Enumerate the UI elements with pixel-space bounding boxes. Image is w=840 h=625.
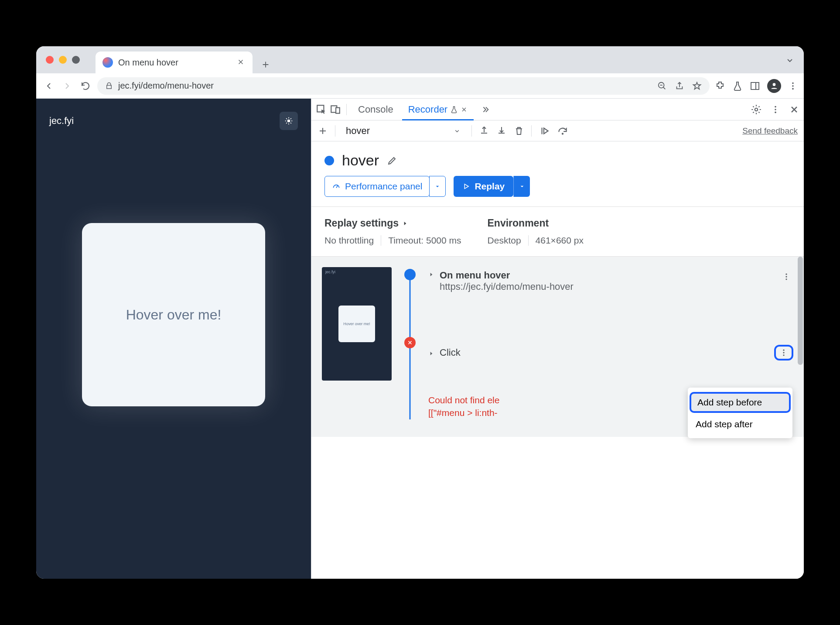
replay-button[interactable]: Replay — [454, 176, 513, 197]
svg-point-10 — [755, 108, 758, 111]
menu-add-step-after[interactable]: Add step after — [688, 414, 792, 435]
chevron-down-icon — [453, 127, 461, 135]
window-controls — [46, 56, 80, 64]
page-viewport: jec.fyi Hover over me! — [36, 99, 311, 579]
extensions-icon[interactable] — [715, 81, 725, 91]
tab-console[interactable]: Console — [352, 99, 400, 120]
flow-title: hover — [342, 152, 379, 169]
import-icon[interactable] — [496, 126, 507, 136]
more-tabs-icon[interactable] — [481, 105, 490, 114]
step-nav-menu-icon[interactable] — [779, 270, 793, 284]
inspect-icon[interactable] — [316, 104, 327, 115]
svg-rect-9 — [336, 107, 340, 113]
environment-heading: Environment — [488, 217, 584, 229]
caret-right-icon — [428, 350, 434, 357]
step-nav-title: On menu hover — [440, 270, 574, 281]
card-text: Hover over me! — [126, 307, 222, 323]
send-feedback-link[interactable]: Send feedback — [742, 126, 798, 135]
play-icon — [462, 182, 470, 190]
new-tab-button[interactable] — [257, 56, 274, 73]
hover-card[interactable]: Hover over me! — [82, 223, 265, 406]
browser-tab[interactable]: On menu hover — [96, 52, 253, 73]
timeline — [401, 267, 419, 419]
step-play-icon[interactable] — [539, 125, 550, 137]
svg-point-17 — [785, 278, 787, 280]
recorder-main: hover Performance panel — [311, 141, 804, 579]
devtools-panel: Console Recorder hover — [311, 99, 804, 579]
tab-recorder[interactable]: Recorder — [402, 99, 474, 120]
step-click-label: Click — [440, 347, 461, 358]
steps-panel: jec.fyi Hover over me! — [311, 257, 804, 437]
profile-avatar[interactable] — [767, 79, 781, 93]
device-toggle-icon[interactable] — [330, 104, 341, 115]
labs-small-icon — [450, 106, 458, 113]
svg-point-13 — [775, 111, 776, 113]
svg-point-15 — [785, 274, 787, 275]
svg-point-11 — [775, 106, 776, 107]
address-bar[interactable]: jec.fyi/demo/menu-hover — [97, 77, 710, 95]
lock-icon — [105, 82, 113, 90]
tab-overflow-icon[interactable] — [785, 55, 795, 65]
browser-menu-icon[interactable] — [788, 81, 798, 91]
new-recording-icon[interactable] — [318, 126, 328, 136]
devtools-settings-icon[interactable] — [751, 104, 762, 115]
url-text: jec.fyi/demo/menu-hover — [118, 81, 214, 91]
devtools-menu-icon[interactable] — [771, 105, 780, 114]
reload-button[interactable] — [79, 79, 92, 93]
forward-button[interactable] — [61, 79, 74, 93]
caret-right-icon — [402, 220, 408, 227]
sidepanel-icon[interactable] — [750, 81, 760, 91]
performance-panel-button[interactable]: Performance panel — [324, 176, 430, 197]
svg-point-6 — [287, 120, 290, 123]
menu-add-step-before[interactable]: Add step before — [690, 392, 791, 413]
step-thumbnail: jec.fyi Hover over me! — [322, 267, 392, 381]
replay-settings-heading[interactable]: Replay settings — [324, 217, 461, 229]
window-maximize[interactable] — [72, 56, 80, 64]
thumb-card: Hover over me! — [338, 306, 375, 342]
timeout-value: Timeout: 5000 ms — [388, 235, 461, 246]
tab-title: On menu hover — [118, 58, 232, 68]
bookmark-icon[interactable] — [692, 81, 702, 91]
share-icon[interactable] — [675, 81, 684, 91]
performance-panel-caret[interactable] — [429, 176, 446, 197]
step-over-icon[interactable] — [557, 125, 568, 137]
step-context-menu: Add step before Add step after — [688, 388, 792, 438]
delete-icon[interactable] — [514, 126, 524, 136]
recording-select[interactable]: hover — [342, 125, 464, 137]
step-click[interactable]: Click — [428, 342, 793, 363]
edit-title-icon[interactable] — [387, 155, 397, 166]
export-icon[interactable] — [479, 126, 489, 136]
step-click-menu-icon[interactable] — [774, 345, 793, 361]
step-nav-url: https://jec.fyi/demo/menu-hover — [440, 281, 574, 292]
recording-indicator — [324, 156, 334, 165]
tab-close-icon[interactable] — [237, 58, 246, 67]
svg-rect-1 — [751, 82, 759, 89]
thumb-brand: jec.fyi — [325, 270, 335, 274]
scrollbar[interactable] — [798, 257, 803, 365]
svg-point-5 — [792, 88, 794, 89]
back-button[interactable] — [42, 79, 55, 93]
page-brand: jec.fyi — [49, 115, 74, 127]
caret-right-icon — [428, 271, 434, 278]
step-node-success — [404, 269, 416, 280]
step-node-error — [404, 337, 416, 348]
theme-toggle[interactable] — [280, 112, 298, 130]
svg-point-2 — [773, 83, 776, 86]
browser-toolbar: jec.fyi/demo/menu-hover — [36, 73, 804, 99]
env-size: 461×660 px — [536, 235, 584, 246]
devtools-close-icon[interactable] — [789, 104, 799, 115]
replay-caret[interactable] — [513, 176, 530, 197]
window-minimize[interactable] — [59, 56, 67, 64]
browser-window: On menu hover jec.fyi/demo/menu-hover — [36, 46, 804, 579]
labs-icon[interactable] — [732, 81, 743, 91]
tab-strip: On menu hover — [36, 46, 804, 73]
svg-point-19 — [783, 352, 784, 353]
step-navigate[interactable]: On menu hover https://jec.fyi/demo/menu-… — [428, 267, 793, 295]
close-tab-icon[interactable] — [461, 106, 468, 113]
svg-point-18 — [783, 350, 784, 351]
env-device: Desktop — [488, 235, 521, 246]
zoom-icon[interactable] — [657, 81, 667, 91]
window-close[interactable] — [46, 56, 54, 64]
svg-point-12 — [775, 109, 776, 110]
svg-point-14 — [562, 133, 563, 134]
